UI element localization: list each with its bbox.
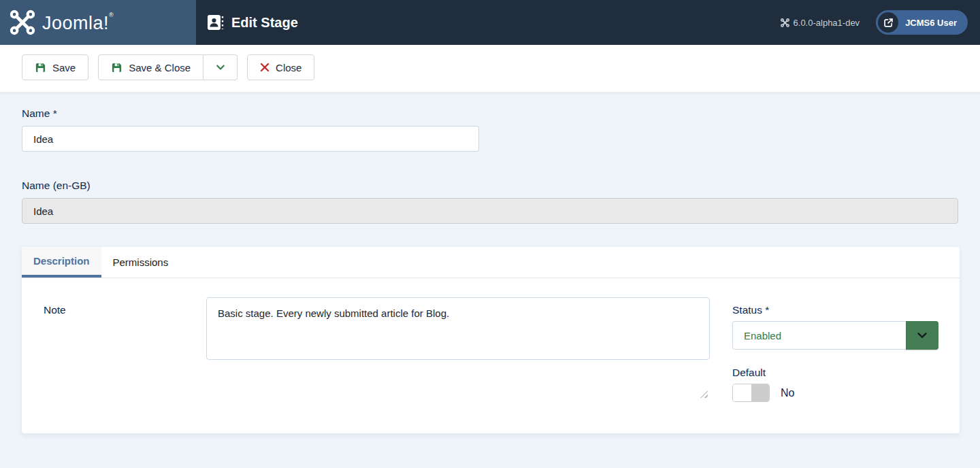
close-icon bbox=[260, 63, 270, 72]
close-button[interactable]: Close bbox=[247, 54, 314, 80]
version-text: 6.0.0-alpha1-dev bbox=[794, 18, 860, 28]
save-button[interactable]: Save bbox=[22, 54, 88, 80]
name-translation-label: Name (en-GB) bbox=[22, 180, 958, 192]
external-link-icon bbox=[883, 18, 894, 28]
version-info: 6.0.0-alpha1-dev bbox=[781, 18, 860, 28]
note-textarea[interactable]: Basic stage. Every newly submitted artic… bbox=[206, 297, 710, 360]
tab-bar: Description Permissions bbox=[22, 247, 960, 278]
description-panel: Note Basic stage. Every newly submitted … bbox=[22, 278, 960, 402]
chevron-down-icon bbox=[916, 329, 928, 341]
header: Joomla!® Edit Stage 6.0.0-alpha1-dev bbox=[0, 0, 980, 45]
save-close-label: Save & Close bbox=[129, 62, 191, 73]
main-content: Name * Name (en-GB) Description Permissi… bbox=[0, 107, 980, 433]
status-selected-value: Enabled bbox=[732, 321, 906, 350]
note-label: Note bbox=[44, 304, 66, 316]
name-input[interactable] bbox=[22, 126, 479, 152]
toolbar: Save Save & Close Close bbox=[0, 45, 980, 93]
user-badge-label: JCMS6 User bbox=[905, 18, 957, 28]
joomla-logo-icon bbox=[10, 10, 35, 35]
name-translation-input bbox=[22, 198, 958, 224]
default-label: Default bbox=[732, 367, 938, 379]
default-toggle-state: No bbox=[781, 387, 794, 399]
trademark: ® bbox=[109, 12, 114, 18]
save-icon bbox=[35, 62, 46, 73]
default-toggle[interactable] bbox=[732, 384, 770, 402]
save-close-group: Save & Close bbox=[98, 54, 238, 80]
toggle-knob bbox=[751, 384, 770, 401]
status-select[interactable]: Enabled bbox=[732, 321, 938, 350]
edit-stage-card: Description Permissions Note Basic stage… bbox=[22, 247, 960, 433]
joomla-version-icon bbox=[781, 18, 789, 27]
stage-card-icon bbox=[207, 14, 224, 31]
status-label: Status * bbox=[732, 304, 938, 316]
save-close-button[interactable]: Save & Close bbox=[98, 54, 203, 80]
name-label: Name * bbox=[22, 107, 958, 120]
textarea-resize-grip[interactable] bbox=[700, 390, 708, 398]
tab-description[interactable]: Description bbox=[22, 247, 101, 278]
tab-permissions[interactable]: Permissions bbox=[101, 247, 180, 278]
chevron-down-icon bbox=[215, 62, 226, 73]
save-label: Save bbox=[52, 62, 76, 73]
status-select-addon[interactable] bbox=[906, 321, 938, 350]
save-options-dropdown-button[interactable] bbox=[203, 54, 238, 80]
header-bar: Edit Stage 6.0.0-alpha1-dev JC bbox=[196, 0, 980, 45]
close-label: Close bbox=[276, 62, 301, 73]
logo-area[interactable]: Joomla!® bbox=[0, 0, 196, 45]
logo-text: Joomla!® bbox=[42, 12, 114, 34]
page-title: Edit Stage bbox=[231, 15, 298, 31]
user-menu-button[interactable]: JCMS6 User bbox=[876, 10, 968, 35]
save-icon bbox=[111, 62, 122, 73]
